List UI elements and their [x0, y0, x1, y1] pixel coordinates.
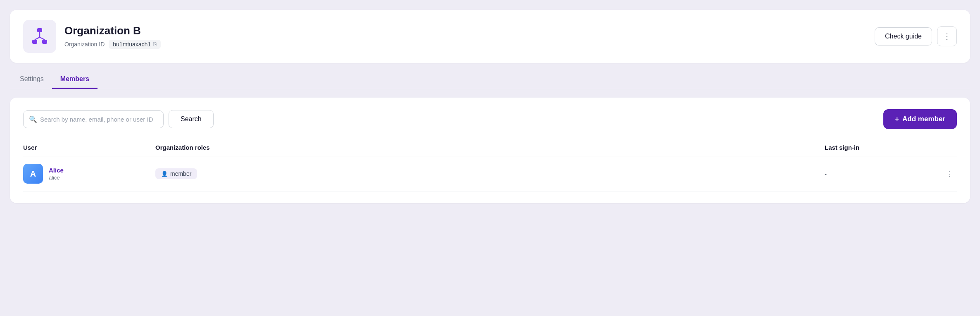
svg-line-5	[40, 37, 45, 40]
tab-members[interactable]: Members	[52, 71, 98, 89]
avatar: A	[23, 164, 43, 184]
table-header-row: User Organization roles Last sign-in	[23, 139, 957, 156]
org-header-card: Organization B Organization ID bu1mtuaxa…	[10, 10, 970, 63]
org-id-badge: bu1mtuaxach1 ⎘	[109, 40, 161, 49]
user-info: Alice alice	[49, 167, 64, 181]
more-options-button[interactable]: ⋮	[937, 26, 957, 46]
user-username: alice	[49, 175, 64, 181]
svg-line-4	[35, 37, 40, 40]
user-cell: A Alice alice	[23, 164, 155, 184]
search-row: 🔍 Search + Add member	[23, 109, 957, 129]
col-header-user: User	[23, 144, 155, 151]
roles-cell: 👤 member	[155, 168, 825, 179]
plus-icon: +	[895, 115, 899, 123]
tab-settings[interactable]: Settings	[12, 71, 52, 89]
org-header-left: Organization B Organization ID bu1mtuaxa…	[23, 20, 161, 53]
row-more-button[interactable]: ⋮	[932, 168, 957, 180]
last-signin-cell: -	[825, 170, 932, 177]
tabs-divider	[10, 89, 970, 89]
col-header-actions	[932, 144, 957, 151]
add-member-button[interactable]: + Add member	[883, 109, 957, 129]
table-row: A Alice alice 👤 member - ⋮	[23, 156, 957, 192]
search-input[interactable]	[23, 110, 164, 128]
role-badge: 👤 member	[155, 168, 197, 179]
col-header-roles: Organization roles	[155, 144, 825, 151]
org-info: Organization B Organization ID bu1mtuaxa…	[64, 24, 161, 49]
org-icon-box	[23, 20, 56, 53]
header-actions: Check guide ⋮	[875, 26, 957, 46]
org-name: Organization B	[64, 24, 161, 37]
org-id-value: bu1mtuaxach1	[113, 41, 151, 48]
org-hierarchy-icon	[31, 27, 49, 45]
search-input-wrapper: 🔍	[23, 110, 164, 128]
main-content: 🔍 Search + Add member User Organization …	[10, 98, 970, 203]
search-button[interactable]: Search	[169, 110, 214, 128]
svg-rect-0	[37, 28, 42, 32]
check-guide-button[interactable]: Check guide	[875, 27, 932, 45]
member-icon: 👤	[161, 171, 168, 177]
svg-rect-2	[42, 40, 47, 44]
org-id-label: Organization ID	[64, 41, 105, 48]
copy-icon[interactable]: ⎘	[153, 41, 157, 47]
tabs-row: Settings Members	[10, 71, 970, 89]
user-name[interactable]: Alice	[49, 167, 64, 174]
svg-rect-1	[32, 40, 37, 44]
org-id-row: Organization ID bu1mtuaxach1 ⎘	[64, 40, 161, 49]
col-header-last-signin: Last sign-in	[825, 144, 932, 151]
